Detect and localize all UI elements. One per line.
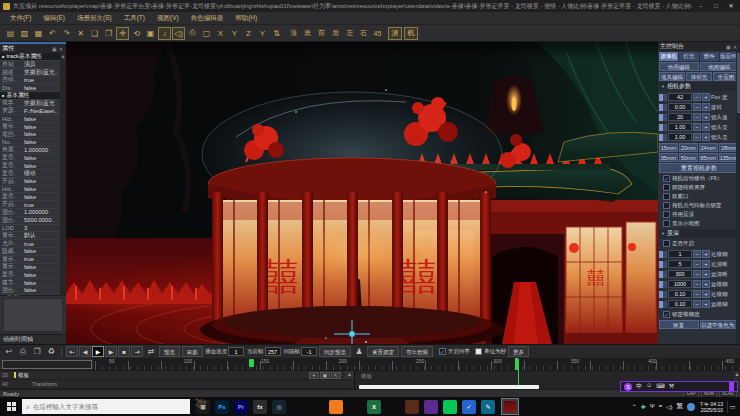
focal-length-button[interactable]: 35mm: [659, 153, 678, 162]
param-value[interactable]: 1: [668, 250, 692, 258]
checkbox-icon[interactable]: ✓: [439, 348, 446, 355]
decrement-button[interactable]: −: [693, 280, 701, 288]
actor-mode-button[interactable]: 演: [388, 27, 402, 40]
console-scrollbar[interactable]: [736, 51, 740, 344]
property-value[interactable]: false: [24, 155, 60, 161]
timeline-ruler[interactable]: 50100150200250300350400450: [94, 358, 740, 370]
search-input[interactable]: [33, 403, 143, 410]
decrement-button[interactable]: −: [693, 300, 701, 308]
close-button[interactable]: ✕: [725, 2, 737, 11]
console-tab[interactable]: 灯光: [679, 52, 698, 61]
view-button[interactable]: 底: [301, 27, 314, 40]
pen-app-icon[interactable]: ✎: [481, 400, 495, 414]
loop-icon[interactable]: ⇄: [145, 346, 157, 357]
premiere-icon[interactable]: Pr: [234, 400, 248, 414]
undo-icon[interactable]: ↶: [46, 27, 59, 40]
revert-icon[interactable]: ↩: [3, 346, 15, 357]
console-button[interactable]: 道具编辑: [659, 72, 685, 81]
orange-app-icon[interactable]: [329, 400, 343, 414]
property-value[interactable]: 1.000000: [24, 147, 60, 153]
property-value[interactable]: false: [24, 124, 60, 130]
property-row[interactable]: 遮挡.. false: [0, 131, 60, 139]
go-start-icon[interactable]: ⇤: [66, 346, 78, 357]
camera-icon[interactable]: ⎙: [186, 27, 199, 40]
chrome-icon[interactable]: [291, 400, 305, 414]
axis-x-button[interactable]: X: [214, 27, 227, 40]
checkbox-icon[interactable]: [663, 184, 670, 191]
frame-marker[interactable]: [249, 359, 254, 367]
param-slider[interactable]: [659, 114, 667, 121]
axis-y2-button[interactable]: Y: [256, 27, 269, 40]
checkbox-icon[interactable]: [663, 202, 670, 209]
line-app-icon[interactable]: [443, 400, 457, 414]
param-slider[interactable]: [659, 251, 667, 258]
view-button[interactable]: 前: [315, 27, 328, 40]
property-value[interactable]: true: [24, 77, 60, 83]
decrement-button[interactable]: −: [693, 290, 701, 298]
param-value[interactable]: 0.10: [668, 300, 692, 308]
field-input[interactable]: [228, 347, 244, 356]
checkbox-icon[interactable]: ✓: [663, 175, 670, 182]
increment-button[interactable]: +: [702, 260, 710, 268]
param-value[interactable]: 5: [668, 260, 692, 268]
new-file-icon[interactable]: ▤: [4, 27, 17, 40]
console-checkbox[interactable]: 停用景深: [659, 210, 739, 219]
go-end-icon[interactable]: ⇥: [131, 346, 143, 357]
menu-item[interactable]: 帮助(H): [230, 12, 262, 24]
menu-item[interactable]: 角色编辑器: [186, 12, 229, 24]
menu-item[interactable]: 工具(T): [119, 12, 150, 24]
ime-option-icon[interactable]: ⚒: [669, 382, 674, 391]
firefox-icon[interactable]: [405, 400, 419, 414]
notification-center-icon[interactable]: ▭: [727, 401, 737, 413]
checkbox-icon[interactable]: [663, 240, 670, 247]
timeline-checkbox[interactable]: 单位为秒: [475, 348, 506, 355]
property-row[interactable]: 开启.. false: [0, 178, 60, 186]
track-filter-input[interactable]: [2, 360, 92, 369]
focal-length-button[interactable]: 50mm: [679, 153, 698, 162]
ime-handle[interactable]: [729, 382, 734, 391]
view-button[interactable]: 后: [329, 27, 342, 40]
capture-studio-icon[interactable]: ◎: [272, 400, 286, 414]
focal-length-button[interactable]: 24mm: [699, 143, 718, 152]
more-button[interactable]: 更多: [508, 346, 529, 357]
param-slider[interactable]: [659, 94, 667, 101]
taskbar-search[interactable]: ⌕ 🕊: [22, 399, 190, 414]
track-option-button[interactable]: ▣: [320, 372, 330, 379]
menu-item[interactable]: 视图(V): [152, 12, 184, 24]
person-icon[interactable]: ♟: [353, 346, 365, 357]
dof-enable-checkbox[interactable]: 是否开启: [659, 239, 739, 248]
defender-icon[interactable]: ✚: [641, 403, 646, 410]
property-value[interactable]: false: [24, 131, 60, 137]
property-value[interactable]: false: [24, 178, 60, 184]
param-value[interactable]: 0.00: [668, 103, 692, 111]
increment-button[interactable]: +: [702, 280, 710, 288]
open-file-icon[interactable]: ▨: [18, 27, 31, 40]
param-value[interactable]: 42: [668, 93, 692, 101]
property-value[interactable]: false: [24, 264, 60, 270]
edge-icon[interactable]: [386, 400, 400, 414]
wechat-icon[interactable]: [310, 400, 324, 414]
track-row[interactable]: 40 Transform: [0, 380, 354, 389]
delete-icon[interactable]: ✕: [74, 27, 87, 40]
param-slider[interactable]: [659, 134, 667, 141]
track-scroll-up[interactable]: ▲: [345, 371, 354, 379]
property-value[interactable]: false: [24, 272, 60, 278]
view-button[interactable]: 右: [357, 27, 370, 40]
menu-item[interactable]: 编辑(E): [38, 12, 70, 24]
console-checkbox[interactable]: 双窗口: [659, 192, 739, 201]
property-value[interactable]: false: [24, 280, 60, 286]
param-value[interactable]: 300: [668, 270, 692, 278]
scroll-up-icon[interactable]: ▲: [61, 53, 66, 59]
property-value[interactable]: false: [24, 186, 60, 192]
console-checkbox[interactable]: 相机点与目标点锁定: [659, 201, 739, 210]
property-value[interactable]: false: [24, 85, 60, 91]
ime-option-icon[interactable]: ⌨: [656, 382, 665, 391]
param-value[interactable]: 1.00: [668, 133, 692, 141]
param-slider[interactable]: [659, 104, 667, 111]
duplicate-icon[interactable]: ❐: [31, 346, 43, 357]
sync-preview-button[interactable]: 同步预览: [319, 346, 351, 357]
dof-action-button[interactable]: 恢复: [659, 320, 699, 329]
console-button[interactable]: 地图编辑: [700, 62, 740, 71]
decrement-button[interactable]: −: [693, 250, 701, 258]
param-value[interactable]: 0.10: [668, 290, 692, 298]
